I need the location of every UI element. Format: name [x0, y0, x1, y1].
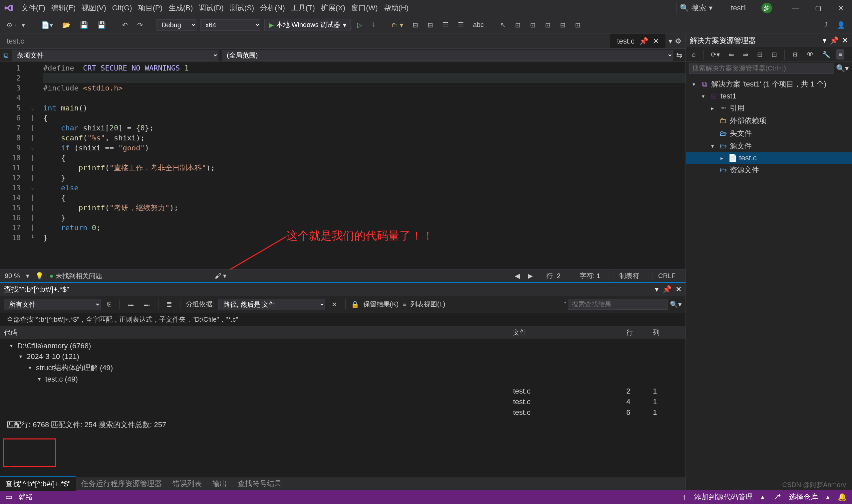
live-share-icon[interactable]: 👤 [834, 20, 848, 30]
group-select[interactable]: 路径, 然后是 文件 [219, 299, 325, 310]
menu-item[interactable]: Git(G) [112, 4, 132, 12]
tab-inactive[interactable]: test.c [0, 34, 31, 48]
menu-item[interactable]: 工具(T) [291, 3, 315, 13]
indent-mode[interactable]: 制表符 [614, 271, 645, 281]
find-tree-node[interactable]: ▾struct结构体的理解 (49) [0, 362, 685, 374]
redo-button[interactable]: ↷ [135, 20, 145, 30]
cursor-icon[interactable]: ↖ [498, 20, 508, 30]
menu-item[interactable]: 项目(P) [138, 3, 162, 13]
sync-icon[interactable]: ⇆ [676, 51, 682, 59]
scope-select-left[interactable]: 杂项文件 [12, 50, 219, 60]
platform-select[interactable]: x64 [201, 19, 260, 31]
bottom-tab[interactable]: 输出 [207, 478, 232, 490]
wrench-icon[interactable]: 🔧 [819, 50, 833, 59]
toggle-button-1[interactable]: ⊟ [410, 20, 421, 30]
tb-icon-b[interactable]: ⊡ [527, 20, 538, 30]
se-node[interactable]: ▾⧉解决方案 'test1' (1 个项目，共 1 个) [686, 78, 852, 90]
maximize-button[interactable]: ▢ [811, 4, 825, 12]
bookmark-button[interactable]: abc [470, 20, 486, 30]
tb-icon-e[interactable]: ⊡ [572, 20, 583, 30]
minimize-button[interactable]: — [788, 4, 803, 12]
code-editor[interactable]: 123456789101112131415161718 ⌄│││⌄│││⌄│││… [0, 62, 685, 269]
forward-tree-icon[interactable]: ⇒ [740, 50, 751, 59]
menu-item[interactable]: 编辑(E) [51, 3, 75, 13]
keep-results[interactable]: 保留结果(K) [363, 300, 399, 309]
repo-button[interactable]: 选择仓库 [789, 492, 818, 502]
se-node[interactable]: ▸▫▫引用 [686, 102, 852, 114]
back-tree-icon[interactable]: ⇐ [726, 50, 737, 59]
uncomment-button[interactable]: ☰ [455, 20, 467, 30]
prev-result-icon[interactable]: ≔ [125, 300, 137, 309]
find-result-row[interactable]: test.c41 [0, 397, 685, 407]
menu-item[interactable]: 视图(V) [82, 3, 106, 13]
preview-icon[interactable]: 👁 [804, 50, 816, 59]
undo-button[interactable]: ↶ [120, 20, 131, 30]
pin-icon[interactable]: 📌 [663, 285, 672, 294]
list-view[interactable]: 列表视图(L) [411, 300, 445, 309]
close-button[interactable]: ✕ [833, 4, 848, 12]
col-code[interactable]: 代码 [0, 328, 509, 337]
clear-icon[interactable]: ≣ [164, 300, 175, 309]
tab-active[interactable]: test.c 📌 ✕ [610, 34, 666, 48]
find-filter-select[interactable]: 所有文件 [4, 299, 101, 310]
menu-item[interactable]: 窗口(W) [351, 3, 378, 13]
tb-icon-c[interactable]: ⊡ [542, 20, 553, 30]
nav-back-button[interactable]: ⊙ ← ▾ [4, 20, 28, 30]
avatar[interactable]: 梦 [762, 3, 772, 13]
col-col[interactable]: 列 [649, 328, 676, 337]
tb-icon-d[interactable]: ⊟ [557, 20, 568, 30]
gear-icon[interactable]: ⚙ [675, 37, 681, 46]
new-file-button[interactable]: 📄▾ [39, 20, 56, 30]
delete-icon[interactable]: ✕ [329, 300, 340, 309]
bell-icon[interactable]: 🔔 [838, 493, 847, 501]
search-icon[interactable]: 🔍▾ [836, 64, 849, 73]
config-select[interactable]: Debug [156, 19, 196, 31]
fold-column[interactable]: ⌄│││⌄│││⌄││││└ [31, 63, 34, 243]
menu-item[interactable]: 扩展(X) [321, 3, 345, 13]
bottom-tab[interactable]: 错误列表 [167, 478, 207, 490]
hscroll-left[interactable]: ◀ [515, 272, 520, 280]
pin-icon[interactable]: 📌 [639, 37, 648, 45]
collapse-icon[interactable]: ⊟ [754, 50, 765, 59]
output-icon[interactable]: ▭ [5, 493, 12, 501]
dropdown-icon[interactable]: ▾ [823, 36, 827, 45]
find-result-row[interactable]: test.c21 [0, 386, 685, 397]
bottom-tab-active[interactable]: 查找"^:b*[^:b#/]+.*$" [0, 476, 76, 491]
find-results-search[interactable] [568, 299, 668, 310]
dropdown-icon[interactable]: ▾ [655, 285, 659, 294]
menu-item[interactable]: 分析(N) [260, 3, 285, 13]
bottom-tab[interactable]: 任务运行程序资源管理器 [76, 478, 167, 490]
open-button[interactable]: 📂 [59, 20, 73, 30]
save-button[interactable]: 💾 [77, 20, 91, 30]
show-all-icon[interactable]: ⊡ [769, 50, 780, 59]
menu-item[interactable]: 文件(F) [21, 3, 45, 13]
toggle-button-2[interactable]: ⊟ [425, 20, 436, 30]
filter-icon[interactable]: ≡ [836, 49, 844, 59]
find-tree-node[interactable]: ▾test.c (49) [0, 374, 685, 384]
menu-item[interactable]: 生成(B) [169, 3, 193, 13]
se-node[interactable]: 🗁资源文件 [686, 164, 852, 176]
se-node[interactable]: 🗀外部依赖项 [686, 114, 852, 127]
menu-item[interactable]: 调试(D) [199, 3, 224, 13]
col-line[interactable]: 行 [622, 328, 649, 337]
panel-close-icon[interactable]: ✕ [842, 36, 848, 45]
scope-select-right[interactable]: (全局范围) [222, 50, 673, 60]
se-tree[interactable]: ▾⧉解决方案 'test1' (1 个项目，共 1 个)▾⊞test1▸▫▫引用… [686, 75, 852, 179]
bottom-tab[interactable]: 查找符号结果 [232, 478, 287, 490]
scm-button[interactable]: 添加到源代码管理 [694, 492, 753, 502]
next-result-icon[interactable]: ≕ [141, 300, 153, 309]
run-no-debug-button[interactable]: ▷ [354, 20, 365, 30]
save-all-button[interactable]: 💾 [95, 20, 108, 30]
col-file[interactable]: 文件 [509, 328, 622, 337]
issues-status[interactable]: 未找到相关问题 [56, 271, 102, 281]
find-result-row[interactable]: test.c61 [0, 407, 685, 418]
panel-close-icon[interactable]: ✕ [676, 285, 681, 294]
se-node[interactable]: ▾⊞test1 [686, 90, 852, 102]
lightbulb-icon[interactable]: 💡 [35, 272, 44, 280]
pin-icon[interactable]: 📌 [830, 36, 839, 45]
find-tree-node[interactable]: ▾D:\Cfile\anmory (6768) [0, 341, 685, 351]
folder-icon[interactable]: 🗀 ▾ [388, 20, 406, 30]
zoom-level[interactable]: 90 % [5, 272, 20, 280]
copy-icon[interactable]: ⎘ [105, 300, 114, 309]
step-button[interactable]: ⤵ [369, 20, 378, 30]
